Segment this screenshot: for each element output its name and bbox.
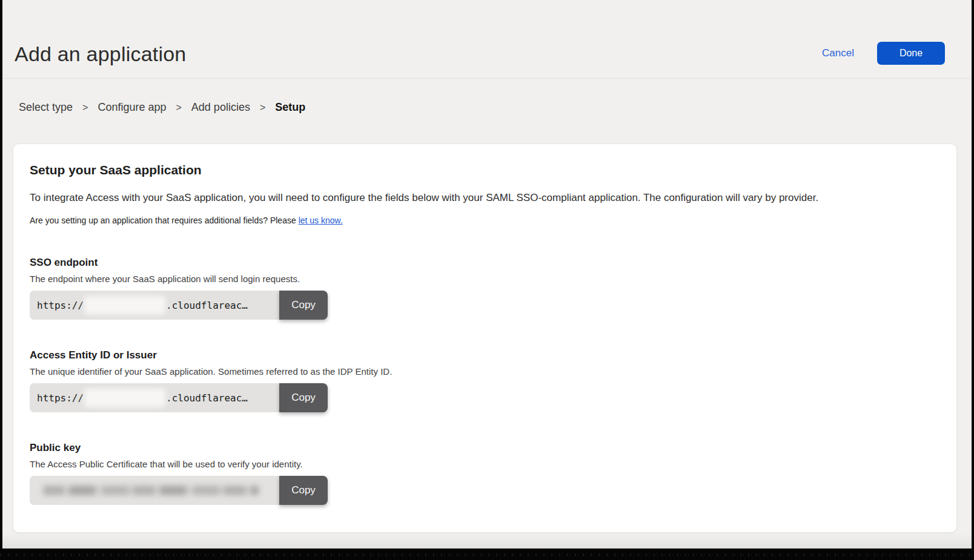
breadcrumb-separator: > (176, 102, 182, 113)
public-key-section: Public key The Access Public Certificate… (30, 441, 939, 505)
card-heading: Setup your SaaS application (30, 162, 939, 177)
redacted-value (43, 486, 259, 495)
public-key-field-row: Copy (30, 476, 328, 505)
copy-button-public-key[interactable]: Copy (279, 476, 328, 505)
entity-id-field-row: https:// .cloudflareac… Copy (30, 383, 328, 412)
breadcrumb-configure-app[interactable]: Configure app (98, 101, 166, 114)
public-key-value (30, 476, 279, 505)
sso-endpoint-field-row: https:// .cloudflareac… Copy (30, 291, 328, 320)
right-edge-border (972, 0, 974, 560)
entity-id-description: The unique identifier of your SaaS appli… (30, 366, 939, 377)
breadcrumb: Select type > Configure app > Add polici… (19, 101, 972, 114)
redacted-value (84, 389, 165, 407)
sso-endpoint-value: https:// .cloudflareac… (30, 291, 279, 320)
entity-id-label: Access Entity ID or Issuer (30, 349, 939, 361)
page-header: Add an application Cancel Done (2, 0, 972, 79)
copy-button-sso-endpoint[interactable]: Copy (279, 291, 328, 320)
breadcrumb-select-type[interactable]: Select type (19, 101, 73, 114)
card-note: Are you setting up an application that r… (30, 216, 939, 226)
left-edge-border (0, 0, 2, 560)
cancel-button[interactable]: Cancel (822, 47, 854, 59)
copy-button-entity-id[interactable]: Copy (279, 383, 328, 412)
let-us-know-link[interactable]: let us know. (299, 216, 343, 225)
header-actions: Cancel Done (822, 42, 945, 66)
url-prefix: https:// (37, 300, 84, 311)
bottom-edge-bar (0, 548, 974, 560)
breadcrumb-setup: Setup (275, 101, 305, 114)
sso-endpoint-section: SSO endpoint The endpoint where your Saa… (30, 256, 939, 320)
sso-endpoint-label: SSO endpoint (30, 256, 939, 269)
setup-card: Setup your SaaS application To integrate… (13, 143, 957, 533)
public-key-label: Public key (30, 441, 939, 454)
url-prefix: https:// (37, 392, 84, 404)
url-suffix: .cloudflareac… (166, 300, 248, 311)
redacted-value (84, 296, 165, 314)
breadcrumb-separator: > (82, 102, 88, 113)
entity-id-value: https:// .cloudflareac… (30, 383, 279, 412)
done-button[interactable]: Done (877, 42, 945, 65)
breadcrumb-add-policies[interactable]: Add policies (191, 101, 250, 114)
breadcrumb-separator: > (260, 102, 265, 113)
sso-endpoint-description: The endpoint where your SaaS application… (30, 274, 939, 285)
page-title: Add an application (15, 42, 186, 66)
card-note-text: Are you setting up an application that r… (30, 216, 299, 225)
url-suffix: .cloudflareac… (166, 392, 248, 404)
entity-id-section: Access Entity ID or Issuer The unique id… (30, 349, 939, 412)
card-intro: To integrate Access with your SaaS appli… (30, 191, 939, 205)
public-key-description: The Access Public Certificate that will … (30, 459, 939, 470)
page: Add an application Cancel Done Select ty… (2, 0, 972, 548)
